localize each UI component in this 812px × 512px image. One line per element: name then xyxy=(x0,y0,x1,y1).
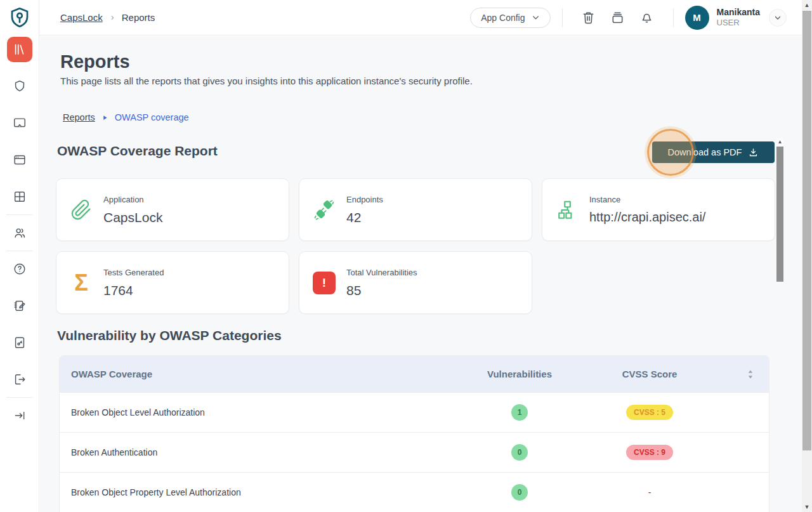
chevron-right-icon xyxy=(109,15,115,21)
paperclip-icon xyxy=(69,198,93,222)
sidebar-collapse-button[interactable] xyxy=(7,403,32,428)
owasp-section-title: Vulnerability by OWASP Categories xyxy=(57,328,282,343)
user-info: Manikanta USER xyxy=(717,6,760,29)
card-value: 1764 xyxy=(103,283,164,298)
app-config-dropdown[interactable]: App Config xyxy=(470,8,550,28)
screen-share-icon xyxy=(13,116,27,130)
breadcrumb-reports-link[interactable]: Reports xyxy=(63,112,95,122)
browser-window-icon xyxy=(13,153,27,167)
sigma-icon: Σ xyxy=(69,271,93,295)
printer-icon[interactable] xyxy=(610,10,625,25)
card-label: Total Vulnerabilities xyxy=(346,268,417,277)
card-tests-generated: Σ Tests Generated 1764 xyxy=(56,251,289,314)
sidebar xyxy=(0,0,39,512)
help-icon xyxy=(13,262,27,276)
card-application: Application CapsLock xyxy=(56,178,289,241)
download-icon xyxy=(748,147,759,158)
column-cvss-score: CVSS Score xyxy=(580,369,719,379)
chevron-down-icon xyxy=(774,14,782,22)
app-config-label: App Config xyxy=(481,13,525,23)
triangle-right-icon xyxy=(102,115,108,121)
vulnerability-count-badge: 0 xyxy=(511,444,528,461)
table-row[interactable]: Broken Authentication 0 CVSS : 9 xyxy=(60,432,769,472)
row-category: Broken Object Property Level Authorizati… xyxy=(60,487,459,497)
main-content: Reports This page lists all the reports … xyxy=(40,36,802,512)
sidebar-divider xyxy=(6,251,33,251)
breadcrumb: CapsLock Reports xyxy=(60,12,155,23)
library-icon xyxy=(13,43,27,56)
scrollbar-thumb[interactable] xyxy=(802,11,811,450)
alert-icon: ! xyxy=(312,271,336,295)
card-label: Application xyxy=(103,195,162,204)
card-value: 42 xyxy=(346,210,383,225)
table-row[interactable]: Broken Object Level Authorization 1 CVSS… xyxy=(60,392,769,432)
trash-icon[interactable] xyxy=(581,10,596,25)
card-value: http://crapi.apisec.ai/ xyxy=(589,210,705,225)
owasp-table: OWASP Coverage Vulnerabilities CVSS Scor… xyxy=(59,355,769,512)
app-logo-shield-icon xyxy=(7,5,32,30)
grid-icon xyxy=(13,190,27,204)
sidebar-item-users[interactable] xyxy=(7,220,32,246)
row-category: Broken Authentication xyxy=(60,447,459,457)
column-owasp-coverage: OWASP Coverage xyxy=(60,369,459,379)
card-label: Tests Generated xyxy=(103,268,164,277)
sort-icon[interactable] xyxy=(719,369,769,380)
scroll-up-arrow-icon[interactable]: ▲ xyxy=(802,0,812,10)
cvss-score-empty: - xyxy=(648,487,652,497)
users-icon xyxy=(13,226,27,240)
breadcrumb-owasp-coverage: OWASP coverage xyxy=(115,112,189,122)
card-endpoints: Endpoints 42 xyxy=(299,178,532,241)
notebook-edit-icon xyxy=(13,299,27,313)
sidebar-divider xyxy=(6,214,33,215)
collapse-icon xyxy=(13,409,26,422)
chevron-down-icon xyxy=(532,13,540,22)
shield-icon xyxy=(13,79,27,93)
sidebar-item-reports[interactable] xyxy=(7,37,32,62)
row-category: Broken Object Level Authorization xyxy=(60,407,459,417)
breadcrumb-current: Reports xyxy=(122,12,155,23)
sidebar-item-scans[interactable] xyxy=(7,110,32,136)
sidebar-item-security[interactable] xyxy=(7,74,32,99)
user-role: USER xyxy=(717,18,760,29)
column-vulnerabilities: Vulnerabilities xyxy=(459,369,580,379)
cvss-score-badge: CVSS : 5 xyxy=(626,405,673,420)
card-label: Instance xyxy=(589,195,705,204)
vulnerability-count-badge: 0 xyxy=(511,484,528,501)
header-divider xyxy=(673,8,674,27)
browser-scrollbar[interactable]: ▲ ▼ xyxy=(802,0,812,512)
plug-icon xyxy=(312,198,336,222)
download-pdf-button[interactable]: Download as PDF xyxy=(652,141,775,163)
page-subtitle: This page lists all the reports that giv… xyxy=(60,75,473,86)
breadcrumb-app-link[interactable]: CapsLock xyxy=(60,12,103,23)
download-pdf-label: Download as PDF xyxy=(668,147,742,157)
bell-icon[interactable] xyxy=(639,10,655,25)
sidebar-item-logout[interactable] xyxy=(7,367,32,392)
sidebar-item-dashboard[interactable] xyxy=(7,184,32,209)
top-header: CapsLock Reports App Config M xyxy=(39,0,802,36)
scrollbar-thumb[interactable] xyxy=(776,147,783,282)
report-breadcrumb: Reports OWASP coverage xyxy=(63,112,189,122)
cvss-score-badge: CVSS : 9 xyxy=(626,445,673,460)
sidebar-item-help[interactable] xyxy=(7,256,32,282)
sitemap-icon xyxy=(555,198,579,222)
card-instance: Instance http://crapi.apisec.ai/ xyxy=(542,178,775,241)
user-menu-button[interactable] xyxy=(769,9,787,27)
sidebar-item-licenses[interactable] xyxy=(7,330,32,355)
card-value: 85 xyxy=(346,283,417,298)
scroll-down-arrow-icon[interactable]: ▼ xyxy=(802,502,812,512)
table-row[interactable]: Broken Object Property Level Authorizati… xyxy=(60,472,769,512)
report-pane-scrollbar[interactable]: ▲ xyxy=(776,138,783,512)
sidebar-item-apps[interactable] xyxy=(7,147,32,173)
sidebar-item-notes[interactable] xyxy=(7,293,32,318)
header-divider xyxy=(562,8,563,27)
table-header: OWASP Coverage Vulnerabilities CVSS Scor… xyxy=(60,356,769,392)
report-title: OWASP Coverage Report xyxy=(57,143,218,159)
user-name: Manikanta xyxy=(717,6,760,18)
vulnerability-count-badge: 1 xyxy=(511,404,528,421)
avatar[interactable]: M xyxy=(685,6,709,30)
scroll-up-arrow-icon[interactable]: ▲ xyxy=(776,138,783,146)
card-total-vulnerabilities: ! Total Vulnerabilities 85 xyxy=(299,251,532,314)
page-title: Reports xyxy=(60,51,130,72)
logout-icon xyxy=(13,372,27,386)
file-signature-icon xyxy=(13,336,27,350)
